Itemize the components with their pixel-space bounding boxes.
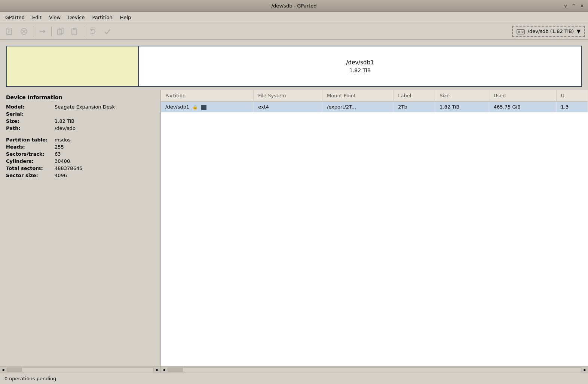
maximize-button[interactable]: ^ (571, 3, 577, 9)
drive-icon (517, 28, 525, 35)
info-sectors-value: 63 (55, 151, 61, 157)
partition-table-container: Partition File System Mount Point Label … (161, 90, 588, 366)
info-path-value: /dev/sdb (55, 125, 76, 131)
partition-visual-container: /dev/sdb1 1.82 TiB (3, 43, 585, 90)
info-size-row: Size: 1.82 TiB (6, 118, 154, 124)
info-partition-table-value: msdos (55, 137, 70, 143)
info-model-row: Model: Seagate Expansion Desk (6, 104, 154, 110)
paste-button[interactable] (68, 25, 82, 38)
col-filesystem: File System (254, 90, 322, 102)
resize-button[interactable] (36, 25, 49, 38)
info-sectors-row: Sectors/track: 63 (6, 151, 154, 157)
info-size-label: Size: (6, 118, 55, 124)
partition-table: Partition File System Mount Point Label … (161, 90, 588, 112)
lock-icon: 🔒 (192, 104, 198, 110)
info-total-sectors-row: Total sectors: 488378645 (6, 165, 154, 171)
info-path-label: Path: (6, 125, 55, 131)
info-heads-row: Heads: 255 (6, 144, 154, 150)
svg-rect-13 (518, 31, 520, 33)
new-icon (6, 27, 14, 36)
info-cylinders-label: Cylinders: (6, 158, 55, 164)
info-partition-table-row: Partition table: msdos (6, 137, 154, 143)
status-text: 0 operations pending (4, 376, 56, 381)
right-scroll-thumb[interactable] (168, 368, 183, 372)
scroll-left-arrow[interactable]: ◀ (0, 367, 6, 373)
svg-point-14 (522, 31, 523, 33)
menu-partition[interactable]: Partition (89, 13, 116, 22)
close-button[interactable]: ✕ (579, 3, 585, 9)
info-model-value: Seagate Expansion Desk (55, 104, 115, 110)
toolbar: /dev/sdb (1.82 TiB) ▼ (0, 23, 588, 40)
info-sectors-label: Sectors/track: (6, 151, 55, 157)
info-cylinders-row: Cylinders: 30400 (6, 158, 154, 164)
separator-3 (84, 26, 84, 37)
app-window: /dev/sdb - GParted v ^ ✕ GParted Edit Vi… (0, 0, 588, 384)
partition-main-block: /dev/sdb1 1.82 TiB (139, 46, 581, 86)
device-selector[interactable]: /dev/sdb (1.82 TiB) ▼ (512, 26, 585, 37)
device-selector-label: /dev/sdb (1.82 TiB) (528, 28, 574, 34)
table-header-row: Partition File System Mount Point Label … (161, 90, 588, 102)
info-serial-row: Serial: (6, 111, 154, 117)
info-sector-size-row: Sector size: 4096 (6, 173, 154, 178)
right-scroll-track[interactable] (168, 368, 581, 372)
col-used: Used (489, 90, 556, 102)
cell-size: 1.82 TiB (435, 102, 489, 112)
left-scroll-thumb[interactable] (7, 368, 22, 372)
col-size: Size (435, 90, 489, 102)
cell-label: 2Tb (393, 102, 435, 112)
cell-unused: 1.3 (556, 102, 588, 112)
menu-gparted[interactable]: GParted (1, 13, 28, 22)
undo-button[interactable] (86, 25, 100, 38)
col-mountpoint: Mount Point (322, 90, 393, 102)
minimize-button[interactable]: v (563, 3, 569, 9)
separator-1 (33, 26, 33, 37)
paste-icon (71, 27, 79, 36)
statusbar: 0 operations pending (0, 373, 588, 384)
info-total-sectors-label: Total sectors: (6, 165, 55, 171)
apply-icon (103, 27, 111, 36)
info-heads-label: Heads: (6, 144, 55, 150)
new-button[interactable] (3, 25, 16, 38)
menu-edit[interactable]: Edit (28, 13, 45, 22)
undo-icon (89, 27, 97, 36)
separator-2 (51, 26, 52, 37)
svg-rect-8 (59, 28, 63, 33)
cell-mountpoint: /export/2T... (322, 102, 393, 112)
titlebar-controls: v ^ ✕ (563, 3, 585, 9)
apply-button[interactable] (101, 25, 114, 38)
info-sector-size-label: Sector size: (6, 173, 55, 178)
titlebar-title: /dev/sdb - GParted (25, 3, 563, 9)
partition-visual-name: /dev/sdb1 (346, 59, 374, 66)
right-scroll-right-arrow[interactable]: ▶ (582, 367, 588, 373)
info-total-sectors-value: 488378645 (55, 165, 82, 171)
info-model-label: Model: (6, 104, 55, 110)
svg-rect-9 (58, 30, 62, 35)
delete-button[interactable] (17, 25, 31, 38)
left-panel-scrollbar[interactable]: ◀ ▶ (0, 366, 160, 373)
partition-name-text: /dev/sdb1 (165, 104, 189, 110)
menu-view[interactable]: View (45, 13, 64, 22)
device-info-panel: Device Information Model: Seagate Expans… (0, 90, 161, 366)
info-cylinders-value: 30400 (55, 158, 70, 164)
info-serial-label: Serial: (6, 111, 55, 117)
resize-icon (38, 27, 46, 36)
delete-icon (20, 27, 28, 36)
cell-partition: /dev/sdb1 🔒 (161, 102, 254, 112)
table-row[interactable]: /dev/sdb1 🔒 ext4 /export/2T... 2Tb 1.82 … (161, 102, 588, 112)
menu-help[interactable]: Help (116, 13, 135, 22)
device-selector-arrow: ▼ (577, 28, 581, 34)
col-unused: U (556, 90, 588, 102)
copy-button[interactable] (54, 25, 67, 38)
right-panel-scrollbar[interactable]: ◀ ▶ (161, 366, 588, 373)
partition-color-box (201, 105, 206, 110)
menu-device[interactable]: Device (64, 13, 88, 22)
info-heads-value: 255 (55, 144, 64, 150)
right-scroll-left-arrow[interactable]: ◀ (161, 367, 167, 373)
info-partition-table-label: Partition table: (6, 137, 55, 143)
left-scroll-track[interactable] (7, 368, 154, 372)
partition-used-block (7, 46, 139, 86)
info-path-row: Path: /dev/sdb (6, 125, 154, 131)
device-info-title: Device Information (6, 94, 154, 100)
titlebar: /dev/sdb - GParted v ^ ✕ (0, 0, 588, 12)
scroll-right-arrow[interactable]: ▶ (154, 367, 160, 373)
